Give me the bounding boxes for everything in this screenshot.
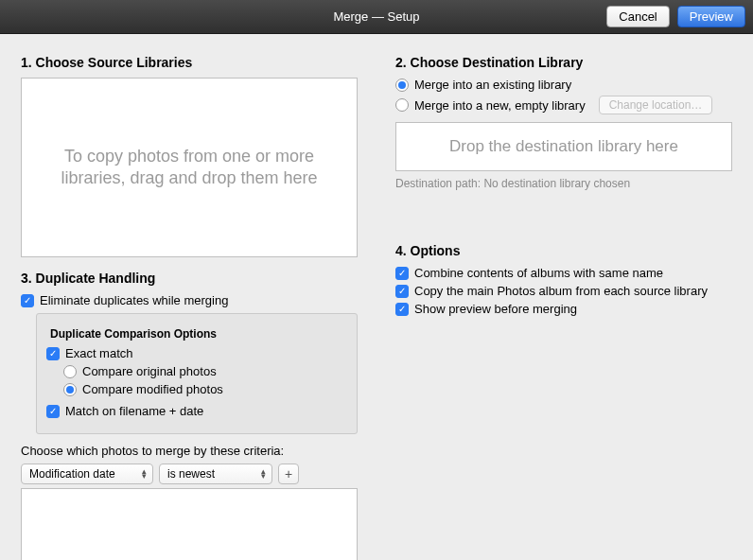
- chevron-updown-icon: ▴▾: [142, 469, 147, 480]
- opt-combine-label: Combine contents of albums with same nam…: [414, 266, 663, 280]
- preview-button[interactable]: Preview: [677, 6, 745, 27]
- merge-existing-radio[interactable]: [395, 79, 409, 92]
- criteria-label: Choose which photos to merge by these cr…: [21, 444, 358, 458]
- section4-title: 4. Options: [395, 243, 732, 258]
- cancel-button[interactable]: Cancel: [606, 6, 669, 27]
- match-filename-row[interactable]: ✓ Match on filename + date: [46, 404, 347, 418]
- opt-copy-row[interactable]: ✓ Copy the main Photos album from each s…: [395, 284, 732, 298]
- compare-modified-row[interactable]: Compare modified photos: [63, 382, 347, 396]
- check-icon: ✓: [49, 407, 57, 416]
- compare-modified-radio[interactable]: [63, 383, 77, 396]
- check-icon: ✓: [398, 305, 406, 314]
- merge-new-radio[interactable]: [395, 98, 409, 112]
- compare-modified-label: Compare modified photos: [82, 382, 223, 396]
- section3-title: 3. Duplicate Handling: [21, 271, 358, 286]
- check-icon: ✓: [49, 349, 57, 359]
- criteria-field-select[interactable]: Modification date ▴▾: [21, 464, 153, 484]
- opt-preview-checkbox[interactable]: ✓: [395, 303, 409, 316]
- chevron-updown-icon: ▴▾: [261, 469, 266, 480]
- compare-original-label: Compare original photos: [82, 364, 217, 378]
- comparison-options-panel: Duplicate Comparison Options ✓ Exact mat…: [36, 313, 358, 434]
- content: 1. Choose Source Libraries To copy photo…: [0, 34, 753, 560]
- right-column: 2. Choose Destination Library Merge into…: [395, 49, 732, 543]
- section1-title: 1. Choose Source Libraries: [21, 55, 358, 70]
- destination-dropzone[interactable]: Drop the destination library here: [395, 122, 732, 171]
- match-filename-label: Match on filename + date: [65, 404, 203, 418]
- merge-existing-row[interactable]: Merge into an existing library: [395, 78, 732, 92]
- opt-copy-checkbox[interactable]: ✓: [395, 285, 409, 298]
- compare-original-row[interactable]: Compare original photos: [63, 364, 347, 378]
- match-filename-checkbox[interactable]: ✓: [46, 405, 60, 418]
- check-icon: ✓: [24, 296, 31, 306]
- change-location-button[interactable]: Change location…: [599, 96, 713, 114]
- left-column: 1. Choose Source Libraries To copy photo…: [21, 49, 358, 543]
- destination-dropzone-text: Drop the destination library here: [449, 137, 678, 156]
- eliminate-duplicates-label: Eliminate duplicates while merging: [40, 293, 228, 307]
- eliminate-duplicates-checkbox[interactable]: ✓: [21, 294, 34, 307]
- check-icon: ✓: [398, 269, 406, 278]
- opt-copy-label: Copy the main Photos album from each sou…: [414, 284, 708, 298]
- opt-combine-row[interactable]: ✓ Combine contents of albums with same n…: [395, 266, 732, 280]
- section2-title: 2. Choose Destination Library: [395, 55, 732, 70]
- merge-new-row[interactable]: Merge into a new, empty library Change l…: [395, 96, 732, 114]
- opt-combine-checkbox[interactable]: ✓: [395, 267, 409, 280]
- plus-icon: +: [285, 466, 292, 481]
- add-rule-button[interactable]: +: [278, 464, 299, 484]
- source-dropzone[interactable]: To copy photos from one or more librarie…: [21, 78, 358, 257]
- criteria-rule-row: Modification date ▴▾ is newest ▴▾ +: [21, 464, 358, 484]
- criteria-op-select[interactable]: is newest ▴▾: [159, 464, 272, 484]
- check-icon: ✓: [398, 287, 406, 296]
- criteria-op-value: is newest: [167, 467, 215, 481]
- rules-list[interactable]: [21, 488, 358, 560]
- source-dropzone-text: To copy photos from one or more librarie…: [48, 146, 330, 190]
- destination-path: Destination path: No destination library…: [395, 177, 732, 190]
- compare-original-radio[interactable]: [63, 365, 77, 378]
- criteria-field-value: Modification date: [29, 467, 115, 481]
- titlebar: Merge — Setup Cancel Preview: [0, 0, 753, 34]
- opt-preview-row[interactable]: ✓ Show preview before merging: [395, 302, 732, 316]
- exact-match-row[interactable]: ✓ Exact match: [46, 346, 347, 360]
- titlebar-buttons: Cancel Preview: [606, 6, 745, 27]
- merge-new-label: Merge into a new, empty library: [414, 98, 586, 113]
- exact-match-checkbox[interactable]: ✓: [46, 347, 60, 360]
- merge-existing-label: Merge into an existing library: [414, 78, 571, 92]
- eliminate-duplicates-row[interactable]: ✓ Eliminate duplicates while merging: [21, 293, 358, 307]
- exact-match-label: Exact match: [65, 346, 133, 360]
- opt-preview-label: Show preview before merging: [414, 302, 577, 316]
- comparison-options-title: Duplicate Comparison Options: [50, 327, 347, 341]
